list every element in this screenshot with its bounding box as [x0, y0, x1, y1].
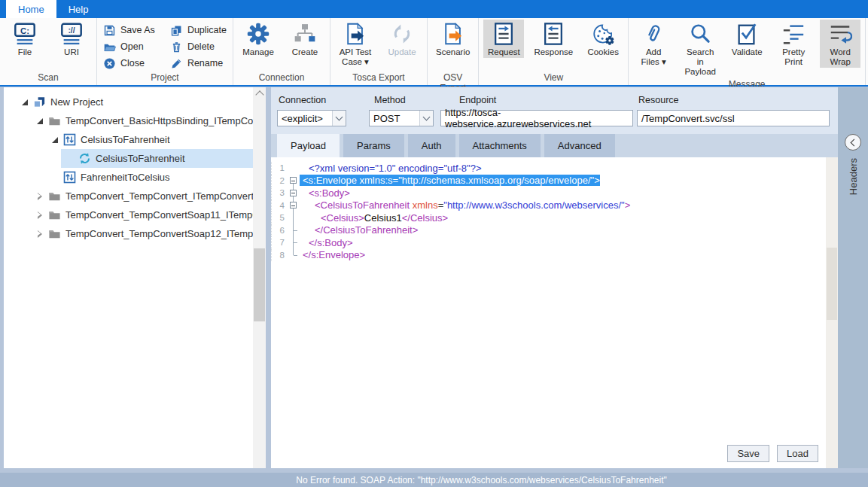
code-line-8[interactable]: 8</s:Envelope>: [271, 249, 838, 262]
xml-code-area[interactable]: 1<?xml version="1.0" encoding="utf-8"?>2…: [271, 157, 838, 261]
tree-scrollbar[interactable]: [253, 87, 266, 468]
uri-scan-icon: ://: [59, 22, 84, 46]
editor-scrollbar-thumb[interactable]: [827, 248, 837, 320]
code-line-7[interactable]: 7</s:Body>: [271, 236, 838, 249]
ribbon-button-api-test-case[interactable]: API Test Case ▾: [335, 20, 376, 68]
ribbon-group-label: Scan: [5, 72, 92, 85]
collapse-arrow-icon[interactable]: [50, 137, 59, 143]
request-panel: Connection <explicit> Method POST Endpoi…: [271, 87, 838, 468]
code-line-4[interactable]: 4<CelsiusToFahrenheit xmlns="http://www.…: [271, 199, 838, 212]
endpoint-input[interactable]: https://tosca-webservice.azurewebservice…: [440, 110, 633, 126]
ribbon-button-rename[interactable]: Rename: [169, 57, 228, 70]
ribbon-group-scan: C:File://URIScan: [0, 18, 97, 85]
ribbon-button-response[interactable]: Response: [530, 20, 577, 58]
ribbon-button-add-files[interactable]: Add Files ▾: [633, 20, 674, 68]
tree-item-tempconvert-tempconvertsoap11-itempconvert[interactable]: TempConvert_TempConvertSoap11_ITempConve…: [4, 205, 253, 224]
code-line-6[interactable]: 6</CelsiusToFahrenheit>: [271, 224, 838, 237]
tree-item-tempconvert-tempconvertsoap12-itempconvert[interactable]: TempConvert_TempConvertSoap12_ITempConve…: [4, 224, 253, 243]
tab-auth[interactable]: Auth: [408, 134, 455, 157]
tree-item-tempconvert-basichttpsbinding-itempconvert[interactable]: TempConvert_BasicHttpsBinding_ITempConve…: [4, 111, 253, 130]
code-line-3[interactable]: 3<s:Body>: [271, 187, 838, 199]
page-export-blue-icon: [343, 22, 367, 46]
ribbon-group-label: Connection: [238, 72, 325, 85]
ribbon-button-uri[interactable]: ://URI: [51, 20, 92, 58]
menu-tab-help[interactable]: Help: [56, 0, 101, 18]
ribbon-button-duplicate[interactable]: Duplicate: [169, 24, 228, 37]
ribbon-button-search-in-payload[interactable]: Search in Payload: [680, 20, 720, 78]
expand-headers-icon[interactable]: [845, 134, 861, 151]
ribbon-group-project: Save AsOpenCloseDuplicateDeleteRenamePro…: [97, 18, 233, 85]
file-scan-icon: C:: [13, 22, 37, 46]
ribbon-group-label: Tosca Export: [335, 72, 422, 85]
tree-item-fahrenheittocelsius[interactable]: FahrenheitToCelsius: [4, 168, 253, 187]
ribbon-button-request[interactable]: Request: [483, 20, 524, 58]
expand-arrow-icon[interactable]: [35, 193, 44, 200]
pretty-print-icon: [781, 22, 806, 46]
ribbon-button-delete[interactable]: Delete: [169, 41, 228, 53]
ribbon-button-file[interactable]: C:File: [5, 20, 45, 58]
code-line-1[interactable]: 1<?xml version="1.0" encoding="utf-8"?>: [271, 162, 838, 175]
ribbon-button-cookies[interactable]: Cookies: [583, 20, 623, 58]
ribbon-button-create[interactable]: Create: [285, 20, 325, 58]
ribbon-button-label: Manage: [242, 47, 274, 57]
tree-item-label: TempConvert_TempConvertSoap12_ITempConve…: [65, 228, 253, 239]
selected-code-text: <s:Envelope xmlns:s="http://schemas.xmls…: [300, 175, 600, 186]
ribbon-button-label: Validate: [732, 47, 763, 57]
load-button[interactable]: Load: [777, 445, 818, 462]
ribbon-group-osv-export: ScenarioOSV Export: [428, 18, 479, 85]
save-button[interactable]: Save: [727, 445, 769, 462]
resource-input[interactable]: /TempConvert.svc/ssl: [637, 110, 830, 126]
ribbon-button-label: Save As: [120, 25, 155, 35]
fold-collapse-icon[interactable]: [288, 175, 300, 187]
ribbon-button-label: Delete: [187, 41, 215, 52]
xml-token: <CelsiusToFahrenheit: [315, 199, 413, 211]
tab-payload[interactable]: Payload: [277, 134, 340, 157]
method-select[interactable]: POST: [369, 110, 434, 126]
operation-icon: [63, 171, 76, 184]
payload-editor[interactable]: 1<?xml version="1.0" encoding="utf-8"?>2…: [271, 157, 838, 468]
tree-scrollbar-thumb[interactable]: [254, 248, 265, 321]
ribbon-button-open[interactable]: Open: [102, 41, 157, 53]
ribbon-button-close[interactable]: Close: [102, 57, 157, 70]
expand-arrow-icon[interactable]: [35, 230, 44, 238]
endpoint-label: Endpoint: [459, 95, 496, 105]
code-text: <CelsiusToFahrenheit xmlns="http://www.w…: [300, 199, 630, 211]
ribbon-button-manage[interactable]: Manage: [238, 20, 279, 58]
code-text: <s:Body>: [300, 187, 350, 199]
ribbon-button-update[interactable]: Update: [382, 20, 422, 58]
headers-collapsed-panel[interactable]: Headers: [838, 87, 868, 468]
tree-item-tempconvert-tempconvert-itempconvert[interactable]: TempConvert_TempConvert_ITempConvert: [4, 187, 253, 205]
ribbon-button-validate[interactable]: Validate: [726, 20, 767, 58]
connection-select[interactable]: <explicit>: [277, 110, 346, 126]
code-line-2[interactable]: 2<s:Envelope xmlns:s="http://schemas.xml…: [271, 175, 838, 187]
chevron-down-icon[interactable]: [419, 111, 433, 126]
xml-token: </Celsius>: [402, 212, 448, 224]
pencil-icon: [170, 57, 183, 70]
tab-params[interactable]: Params: [343, 134, 404, 157]
ribbon-button-pretty-print[interactable]: Pretty Print: [773, 20, 814, 68]
code-text: </CelsiusToFahrenheit>: [300, 224, 418, 236]
tree-item-new-project[interactable]: New Project: [4, 93, 253, 111]
editor-scrollbar[interactable]: [826, 157, 838, 468]
expand-arrow-icon[interactable]: [35, 212, 44, 219]
word-wrap-icon: [828, 22, 852, 46]
collapse-arrow-icon[interactable]: [35, 118, 44, 124]
tree-item-celsiustofahrenheit-selected[interactable]: CelsiusToFahrenheit: [4, 149, 253, 168]
fold-collapse-icon[interactable]: [288, 199, 300, 212]
collapse-arrow-icon[interactable]: [20, 99, 29, 105]
chevron-down-icon[interactable]: [332, 111, 346, 126]
xml-token: <s:Envelope xmlns:s="http://schemas.xmls…: [303, 175, 600, 186]
tab-attachments[interactable]: Attachments: [459, 134, 541, 157]
ribbon-group-tosca-export: API Test Case ▾UpdateTosca Export: [330, 18, 428, 85]
xml-token: Celsius1: [364, 212, 402, 224]
menu-tab-home[interactable]: Home: [6, 0, 56, 18]
tab-advanced[interactable]: Advanced: [544, 134, 615, 157]
fold-collapse-icon[interactable]: [288, 187, 300, 199]
code-line-5[interactable]: 5<Celsius>Celsius1</Celsius>: [271, 212, 838, 224]
ribbon-button-word-wrap[interactable]: Word Wrap: [820, 20, 860, 68]
ribbon-button-scenario[interactable]: Scenario: [432, 20, 474, 58]
ribbon-button-save-as[interactable]: Save As: [102, 24, 157, 37]
tree-item-celsiustofahrenheit[interactable]: CelsiusToFahrenheit: [4, 130, 253, 149]
scroll-up-icon[interactable]: [253, 87, 266, 99]
ribbon-button-label: Create: [292, 47, 318, 57]
